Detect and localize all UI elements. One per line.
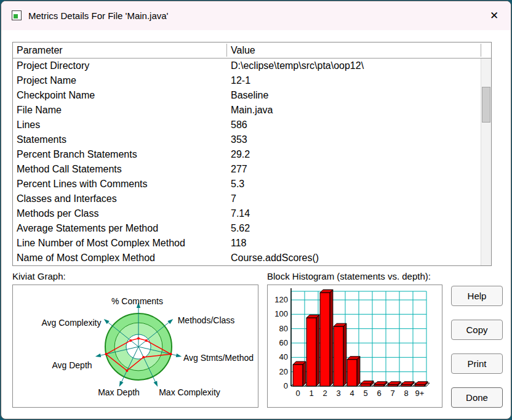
value-cell: Main.java [231,103,273,118]
svg-text:5: 5 [363,389,367,398]
value-cell: Course.addScores() [231,251,319,265]
help-button[interactable]: Help [451,286,503,306]
value-cell: Baseline [231,88,268,103]
parameter-cell: Method Call Statements [17,162,122,177]
table-row[interactable]: Statements353 [13,132,481,147]
svg-text:0: 0 [284,381,288,390]
copy-button[interactable]: Copy [451,320,503,340]
value-cell: 5.62 [231,221,250,236]
value-cell: D:\eclipse\temp\src\pta\oop12\ [231,59,364,73]
window-title: Metrics Details For File 'Main.java' [28,1,168,30]
table-row[interactable]: Checkpoint NameBaseline [13,88,481,103]
value-cell: 7 [231,192,236,206]
svg-text:20: 20 [279,367,288,376]
parameter-cell: Checkpoint Name [17,88,95,103]
dialog-metrics-details: Metrics Details For File 'Main.java' ✕ P… [1,1,511,419]
parameter-cell: File Name [17,103,62,118]
kiviat-axis-label-avg-stmts-method: Avg Stmts/Method [183,353,254,363]
print-button[interactable]: Print [451,353,503,374]
value-cell: 7.14 [231,206,250,221]
svg-text:2: 2 [322,389,327,398]
kiviat-axis-label-max-complexity: Max Complexity [159,387,220,397]
svg-text:4: 4 [350,389,354,398]
kiviat-axis-label-percent-comments: % Comments [111,296,163,306]
value-cell: 118 [231,236,247,251]
parameter-cell: Percent Lines with Comments [17,177,148,192]
table-row[interactable]: Methods per Class7.14 [13,206,481,221]
table-row[interactable]: Line Number of Most Complex Method118 [13,236,481,251]
value-cell: 586 [231,118,247,132]
title-bar[interactable]: Metrics Details For File 'Main.java' ✕ [1,1,511,30]
table-row[interactable]: Classes and Interfaces7 [13,192,481,206]
table-scrollbar[interactable] [481,59,491,265]
table-row[interactable]: File NameMain.java [13,103,481,118]
kiviat-axis-label-avg-complexity: Avg Complexity [41,318,101,328]
svg-text:40: 40 [279,352,288,361]
histogram-panel: 0204060801001200123456789+ [267,285,442,408]
svg-text:80: 80 [279,324,288,333]
table-row[interactable]: Project DirectoryD:\eclipse\temp\src\pta… [13,59,481,73]
parameter-cell: Project Name [17,73,76,88]
parameter-cell: Lines [17,118,40,132]
svg-text:1: 1 [309,389,313,398]
metrics-table-body: Project DirectoryD:\eclipse\temp\src\pta… [13,59,481,265]
metrics-table: Parameter Value Project DirectoryD:\ecli… [12,42,492,266]
kiviat-graph-panel: % Comments Methods/Class Avg Stmts/Metho… [12,285,258,408]
kiviat-section-label: Kiviat Graph: [12,271,66,281]
value-cell: 29.2 [231,147,250,162]
svg-text:8: 8 [404,389,408,398]
svg-text:100: 100 [274,309,288,318]
table-row[interactable]: Method Call Statements277 [13,162,481,177]
column-header-parameter[interactable]: Parameter [17,42,63,58]
svg-text:120: 120 [274,295,288,304]
table-row[interactable]: Name of Most Complex MethodCourse.addSco… [13,251,481,265]
value-cell: 277 [231,162,247,177]
svg-text:60: 60 [279,338,288,347]
done-button[interactable]: Done [451,387,503,408]
app-icon [12,10,22,20]
table-row[interactable]: Average Statements per Method5.62 [13,221,481,236]
parameter-cell: Average Statements per Method [17,221,158,236]
kiviat-axis-label-avg-depth: Avg Depth [52,360,92,370]
histogram-svg: 0204060801001200123456789+ [268,285,442,407]
parameter-cell: Name of Most Complex Method [17,251,155,265]
column-header-value[interactable]: Value [231,42,255,58]
table-row[interactable]: Lines586 [13,118,481,132]
scrollbar-thumb[interactable] [482,87,490,123]
kiviat-axis-label-methods-per-class: Methods/Class [178,315,235,325]
table-row[interactable]: Project Name12-1 [13,73,481,88]
svg-text:3: 3 [336,389,340,398]
svg-text:9+: 9+ [415,389,425,398]
kiviat-axis-label-max-depth: Max Depth [98,387,140,397]
value-cell: 353 [231,132,247,147]
svg-text:6: 6 [377,389,381,398]
value-cell: 12-1 [231,73,250,88]
parameter-cell: Line Number of Most Complex Method [17,236,185,251]
table-header: Parameter Value [13,42,491,59]
parameter-cell: Classes and Interfaces [17,192,117,206]
close-icon[interactable]: ✕ [485,7,503,25]
value-cell: 5.3 [231,177,244,192]
table-row[interactable]: Percent Branch Statements29.2 [13,147,481,162]
table-row[interactable]: Percent Lines with Comments5.3 [13,177,481,192]
svg-text:7: 7 [390,389,394,398]
svg-text:0: 0 [295,389,300,398]
parameter-cell: Statements [17,132,66,147]
histogram-chart: 0204060801001200123456789+ [268,285,442,407]
histogram-section-label: Block Histogram (statements vs. depth): [267,271,431,281]
parameter-cell: Methods per Class [17,206,98,221]
parameter-cell: Project Directory [17,59,89,73]
parameter-cell: Percent Branch Statements [17,147,137,162]
desktop-background: { "window": { "title": "Metrics Details … [0,0,512,420]
